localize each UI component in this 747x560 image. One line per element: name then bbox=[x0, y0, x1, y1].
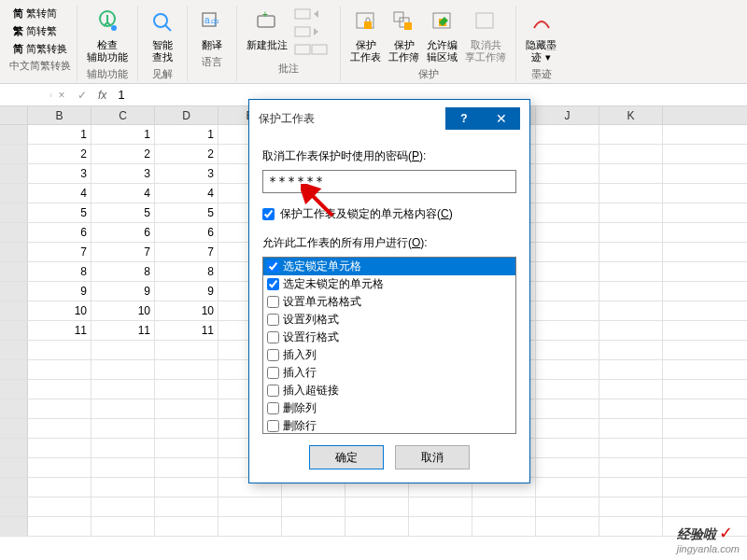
row-header[interactable] bbox=[0, 419, 28, 438]
cell[interactable] bbox=[155, 478, 218, 497]
cell[interactable] bbox=[536, 282, 599, 301]
cell[interactable] bbox=[345, 517, 409, 536]
cell[interactable]: 9 bbox=[155, 282, 218, 301]
unshare-workbook-button[interactable]: 取消共 享工作簿 bbox=[461, 6, 510, 65]
row-header[interactable] bbox=[0, 184, 28, 203]
cell[interactable] bbox=[472, 497, 536, 516]
password-input[interactable] bbox=[262, 170, 516, 193]
cell[interactable] bbox=[536, 458, 599, 477]
cell[interactable]: 11 bbox=[155, 321, 218, 340]
protect-workbook-button[interactable]: 保护 工作簿 bbox=[385, 6, 423, 65]
cell[interactable] bbox=[92, 497, 155, 516]
cell[interactable] bbox=[92, 478, 155, 497]
cell[interactable] bbox=[92, 458, 155, 477]
cell[interactable] bbox=[92, 380, 155, 399]
cancel-button[interactable]: 取消 bbox=[395, 445, 470, 469]
cell[interactable]: 4 bbox=[92, 184, 155, 203]
cell[interactable]: 5 bbox=[28, 203, 92, 222]
row-header[interactable] bbox=[0, 301, 28, 320]
cell[interactable]: 4 bbox=[28, 184, 92, 203]
cell[interactable] bbox=[218, 497, 282, 516]
cell[interactable] bbox=[28, 517, 92, 536]
cell[interactable] bbox=[536, 301, 599, 320]
cell[interactable] bbox=[28, 478, 92, 497]
cell[interactable] bbox=[599, 517, 663, 536]
row-header[interactable] bbox=[0, 321, 28, 340]
cell[interactable]: 6 bbox=[28, 223, 92, 242]
cell[interactable] bbox=[92, 419, 155, 438]
simplify-button[interactable]: 简繁转简 bbox=[10, 6, 70, 21]
cell[interactable]: 6 bbox=[155, 223, 218, 242]
checkbox-icon[interactable] bbox=[267, 296, 279, 308]
cell[interactable] bbox=[536, 380, 599, 399]
cell[interactable] bbox=[599, 203, 663, 222]
row-header[interactable] bbox=[0, 243, 28, 261]
cell[interactable] bbox=[155, 458, 218, 477]
name-box[interactable] bbox=[0, 93, 51, 97]
cell[interactable] bbox=[599, 439, 663, 457]
cell[interactable] bbox=[155, 399, 218, 418]
column-header[interactable]: C bbox=[92, 106, 155, 124]
cell[interactable] bbox=[536, 419, 599, 438]
cell[interactable] bbox=[536, 243, 599, 261]
cell[interactable]: 3 bbox=[92, 164, 155, 183]
cell[interactable] bbox=[472, 517, 536, 536]
prev-next-icon[interactable] bbox=[293, 25, 332, 40]
convert-button[interactable]: 简简繁转换 bbox=[10, 41, 70, 57]
smart-lookup-button[interactable]: 智能 查找 bbox=[144, 6, 181, 65]
cell[interactable] bbox=[536, 145, 599, 163]
dialog-titlebar[interactable]: 保护工作表 ? ✕ bbox=[249, 100, 529, 137]
cell[interactable]: 1 bbox=[155, 125, 218, 144]
checkbox-icon[interactable] bbox=[267, 420, 279, 432]
cell[interactable] bbox=[536, 184, 599, 203]
permission-item[interactable]: 插入列 bbox=[263, 346, 515, 364]
permission-item[interactable]: 选定未锁定的单元格 bbox=[263, 275, 515, 293]
row-header[interactable] bbox=[0, 164, 28, 183]
permission-item[interactable]: 设置列格式 bbox=[263, 311, 515, 329]
cell[interactable] bbox=[282, 497, 345, 516]
cell[interactable] bbox=[155, 439, 218, 457]
cell[interactable] bbox=[218, 517, 282, 536]
cell[interactable]: 3 bbox=[28, 164, 92, 183]
cell[interactable] bbox=[536, 439, 599, 457]
cell[interactable] bbox=[536, 517, 599, 536]
cell[interactable]: 8 bbox=[28, 262, 92, 281]
cell[interactable] bbox=[28, 458, 92, 477]
cell[interactable] bbox=[536, 399, 599, 418]
checkbox-icon[interactable] bbox=[262, 208, 275, 220]
checkbox-icon[interactable] bbox=[267, 314, 279, 326]
row-header[interactable] bbox=[0, 478, 28, 497]
cell[interactable]: 6 bbox=[92, 223, 155, 242]
cell[interactable]: 8 bbox=[92, 262, 155, 281]
cell[interactable] bbox=[409, 497, 472, 516]
cell[interactable] bbox=[599, 145, 663, 163]
row-header[interactable] bbox=[0, 145, 28, 163]
row-header[interactable] bbox=[0, 458, 28, 477]
permission-item[interactable]: 插入超链接 bbox=[263, 382, 515, 399]
cell[interactable] bbox=[92, 517, 155, 536]
row-header[interactable] bbox=[0, 399, 28, 418]
cell[interactable] bbox=[155, 380, 218, 399]
permission-item[interactable]: 插入行 bbox=[263, 364, 515, 382]
checkbox-icon[interactable] bbox=[267, 367, 279, 379]
cell[interactable] bbox=[536, 262, 599, 281]
translate-button[interactable]: a中 翻译 bbox=[193, 6, 231, 53]
cell[interactable] bbox=[599, 419, 663, 438]
cell[interactable] bbox=[536, 203, 599, 222]
cell[interactable] bbox=[28, 341, 92, 359]
cell[interactable]: 7 bbox=[92, 243, 155, 261]
traditional-button[interactable]: 繁简转繁 bbox=[10, 23, 70, 39]
new-comment-button[interactable]: + 新建批注 bbox=[243, 6, 291, 60]
cell[interactable] bbox=[28, 360, 92, 379]
cell[interactable] bbox=[599, 262, 663, 281]
hide-ink-button[interactable]: 隐藏墨 迹 ▾ bbox=[522, 6, 560, 65]
row-header[interactable] bbox=[0, 380, 28, 399]
cell[interactable]: 8 bbox=[155, 262, 218, 281]
cell[interactable]: 5 bbox=[92, 203, 155, 222]
row-header[interactable] bbox=[0, 223, 28, 242]
close-button[interactable]: ✕ bbox=[483, 107, 520, 130]
permission-item[interactable]: 删除列 bbox=[263, 399, 515, 417]
cell[interactable] bbox=[536, 321, 599, 340]
cell[interactable] bbox=[28, 399, 92, 418]
cell[interactable] bbox=[28, 497, 92, 516]
